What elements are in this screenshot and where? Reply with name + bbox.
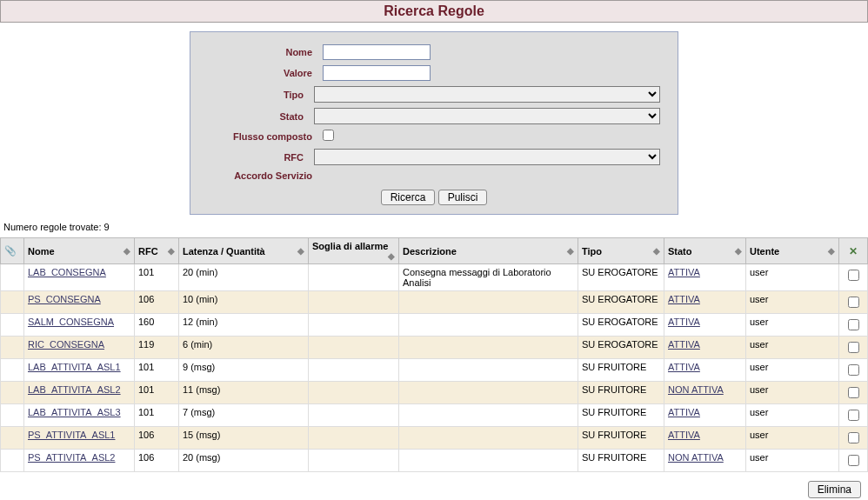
result-count: Numero regole trovate: 9 [0, 220, 868, 237]
page-title: Ricerca Regole [1, 3, 867, 19]
rule-link[interactable]: LAB_ATTIVITA_ASL2 [28, 384, 121, 395]
stato-link[interactable]: ATTIVA [668, 407, 700, 417]
tipo-select[interactable] [314, 86, 660, 103]
stato-link[interactable]: ATTIVA [668, 362, 700, 372]
cell-latenza: 11 (msg) [179, 382, 309, 404]
cell-tipo: SU EROGATORE [578, 337, 664, 359]
table-row: PS_ATTIVITA_ASL110615 (msg)SU FRUITOREAT… [1, 427, 868, 450]
cell-descrizione [399, 337, 578, 359]
stato-link[interactable]: ATTIVA [668, 267, 700, 277]
cell-rfc: 101 [135, 264, 179, 291]
cell-utente: user [746, 359, 839, 382]
cell-descrizione [399, 359, 578, 382]
sort-icon: ◆ [168, 246, 175, 256]
col-delete[interactable]: ✕ [839, 238, 868, 264]
sort-icon: ◆ [828, 246, 835, 256]
rule-link[interactable]: SALM_CONSEGNA [28, 317, 114, 327]
rule-link[interactable]: PS_ATTIVITA_ASL1 [28, 430, 115, 440]
cell-latenza: 6 (min) [179, 337, 309, 359]
cell-rfc: 106 [135, 427, 179, 450]
col-tipo[interactable]: Tipo◆ [578, 238, 664, 264]
cell-utente: user [746, 264, 839, 291]
stato-select[interactable] [314, 108, 660, 124]
flusso-checkbox[interactable] [323, 130, 334, 141]
col-nome[interactable]: Nome◆ [24, 238, 135, 264]
cell-soglia [309, 359, 399, 382]
stato-label: Stato [190, 111, 314, 122]
rule-link[interactable]: PS_CONSEGNA [28, 294, 101, 304]
cell-latenza: 12 (min) [179, 314, 309, 337]
row-checkbox[interactable] [848, 432, 859, 443]
col-soglia[interactable]: Soglia di allarme◆ [309, 238, 399, 264]
cell-utente: user [746, 337, 839, 359]
cell-tipo: SU EROGATORE [578, 314, 664, 337]
stato-link[interactable]: ATTIVA [668, 339, 700, 350]
cell-latenza: 20 (msg) [179, 450, 309, 472]
results-table: 📎 Nome◆ RFC◆ Latenza / Quantità◆ Soglia … [0, 237, 868, 472]
cell-latenza: 20 (min) [179, 264, 309, 291]
sort-icon: ◆ [124, 246, 130, 256]
cell-soglia [309, 404, 399, 427]
cell-utente: user [746, 314, 839, 337]
col-stato[interactable]: Stato◆ [664, 238, 746, 264]
col-attach[interactable]: 📎 [1, 238, 24, 264]
col-descrizione[interactable]: Descrizione◆ [399, 238, 578, 264]
sort-icon: ◆ [567, 246, 574, 256]
stato-link[interactable]: ATTIVA [668, 317, 700, 327]
row-checkbox[interactable] [848, 410, 859, 421]
rule-link[interactable]: RIC_CONSEGNA [28, 339, 104, 350]
sort-icon: ◆ [735, 246, 742, 256]
title-bar: Ricerca Regole [0, 0, 868, 23]
cell-descrizione: Consegna messaggi di Laboratorio Analisi [399, 264, 578, 291]
table-row: PS_CONSEGNA10610 (min)SU EROGATOREATTIVA… [1, 291, 868, 314]
rule-link[interactable]: PS_ATTIVITA_ASL2 [28, 452, 115, 463]
paperclip-icon: 📎 [4, 245, 17, 256]
col-utente[interactable]: Utente◆ [746, 238, 839, 264]
cell-rfc: 106 [135, 450, 179, 472]
cell-rfc: 101 [135, 404, 179, 427]
cell-tipo: SU FRUITORE [578, 382, 664, 404]
ricerca-button[interactable]: Ricerca [381, 190, 436, 205]
valore-input[interactable] [323, 65, 431, 81]
row-checkbox[interactable] [848, 297, 859, 308]
row-checkbox[interactable] [848, 455, 859, 466]
cell-tipo: SU EROGATORE [578, 291, 664, 314]
stato-link[interactable]: ATTIVA [668, 430, 700, 440]
stato-link[interactable]: NON ATTIVA [668, 452, 724, 463]
cell-soglia [309, 337, 399, 359]
cell-latenza: 15 (msg) [179, 427, 309, 450]
cell-tipo: SU FRUITORE [578, 450, 664, 472]
stato-link[interactable]: NON ATTIVA [668, 384, 724, 395]
nome-label: Nome [190, 47, 323, 57]
nome-input[interactable] [323, 44, 431, 60]
row-checkbox[interactable] [848, 387, 859, 398]
cell-rfc: 101 [135, 359, 179, 382]
row-checkbox[interactable] [848, 364, 859, 376]
cell-descrizione [399, 382, 578, 404]
cell-latenza: 7 (msg) [179, 404, 309, 427]
cell-tipo: SU EROGATORE [578, 264, 664, 291]
sort-icon: ◆ [297, 246, 304, 256]
cell-descrizione [399, 427, 578, 450]
rfc-select[interactable] [314, 149, 660, 165]
cell-tipo: SU FRUITORE [578, 427, 664, 450]
cell-tipo: SU FRUITORE [578, 359, 664, 382]
rule-link[interactable]: LAB_ATTIVITA_ASL3 [28, 407, 121, 417]
col-rfc[interactable]: RFC◆ [135, 238, 179, 264]
elimina-button[interactable]: Elimina [808, 481, 861, 498]
search-form: Nome Valore Tipo Stato Flusso composto R… [190, 31, 678, 215]
pulisci-button[interactable]: Pulisci [438, 190, 488, 205]
rule-link[interactable]: LAB_ATTIVITA_ASL1 [28, 362, 121, 372]
cell-descrizione [399, 450, 578, 472]
cell-utente: user [746, 291, 839, 314]
table-row: PS_ATTIVITA_ASL210620 (msg)SU FRUITORENO… [1, 450, 868, 472]
stato-link[interactable]: ATTIVA [668, 294, 700, 304]
cell-descrizione [399, 404, 578, 427]
table-row: SALM_CONSEGNA16012 (min)SU EROGATOREATTI… [1, 314, 868, 337]
rule-link[interactable]: LAB_CONSEGNA [28, 267, 106, 277]
row-checkbox[interactable] [848, 319, 859, 330]
row-checkbox[interactable] [848, 342, 859, 353]
delete-all-icon: ✕ [849, 245, 858, 257]
row-checkbox[interactable] [848, 270, 859, 281]
col-latenza[interactable]: Latenza / Quantità◆ [179, 238, 309, 264]
